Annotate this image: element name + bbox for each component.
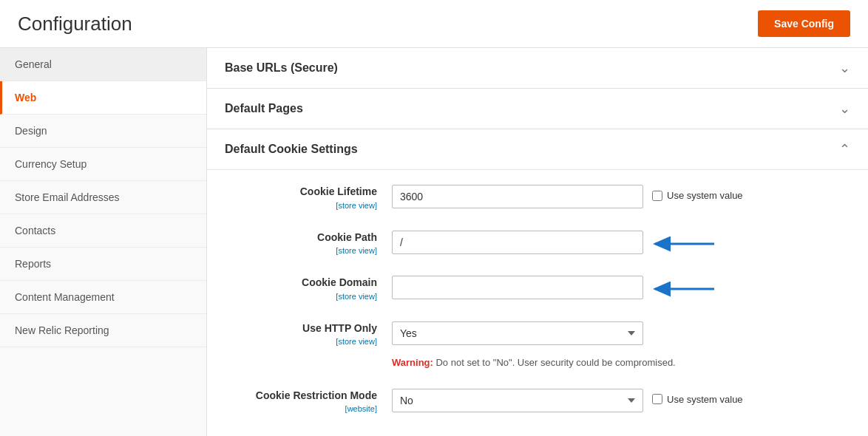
cookie-restriction-mode-system-value-checkbox[interactable] — [652, 394, 662, 404]
cookie-lifetime-system-value-checkbox[interactable] — [652, 191, 662, 201]
cookie-restriction-mode-sublabel: [website] — [229, 404, 377, 413]
warning-message: Do not set to "No". User security could … — [435, 357, 675, 368]
cookie-restriction-mode-select[interactable]: No Yes — [392, 389, 643, 412]
section-default-cookie-settings: Default Cookie Settings ⌃ Cookie Lifetim… — [207, 129, 868, 436]
cookie-lifetime-system-value: Use system value — [652, 190, 743, 201]
section-base-urls-secure: Base URLs (Secure) ⌄ — [207, 48, 868, 89]
section-header-base-urls-secure[interactable]: Base URLs (Secure) ⌄ — [207, 48, 868, 88]
cookie-domain-input[interactable] — [392, 276, 643, 299]
sidebar-item-currency-setup[interactable]: Currency Setup — [0, 148, 206, 181]
sidebar-item-general[interactable]: General — [0, 48, 206, 81]
content-area: Base URLs (Secure) ⌄ Default Pages ⌄ Def… — [207, 48, 868, 436]
section-header-default-cookie-settings[interactable]: Default Cookie Settings ⌃ — [207, 129, 868, 169]
cookie-restriction-mode-system-value: Use system value — [652, 394, 743, 405]
blue-arrow-icon — [649, 234, 716, 254]
use-http-only-sublabel: [store view] — [229, 337, 377, 346]
blue-arrow-icon — [649, 279, 716, 299]
sidebar-item-new-relic-reporting[interactable]: New Relic Reporting — [0, 314, 206, 347]
cookie-path-label: Cookie Path — [317, 231, 377, 243]
use-http-only-warning: Warning: Do not set to "No". User securi… — [392, 357, 676, 368]
cookie-domain-label: Cookie Domain — [302, 276, 377, 288]
warning-label: Warning: — [392, 357, 433, 368]
section-body-default-cookie-settings: Cookie Lifetime [store view] Use system … — [207, 169, 868, 436]
chevron-up-icon: ⌃ — [839, 141, 850, 157]
section-default-pages: Default Pages ⌄ — [207, 89, 868, 129]
use-http-only-select[interactable]: Yes No — [392, 321, 643, 345]
sidebar-item-web[interactable]: Web — [0, 81, 206, 115]
cookie-path-input[interactable] — [392, 231, 643, 254]
cookie-domain-sublabel: [store view] — [229, 292, 377, 301]
cookie-path-sublabel: [store view] — [229, 246, 377, 255]
section-title-default-pages: Default Pages — [225, 102, 303, 115]
page-title: Configuration — [18, 13, 132, 35]
form-row-cookie-restriction-mode: Cookie Restriction Mode [website] No Yes… — [229, 381, 846, 414]
sidebar-item-contacts[interactable]: Contacts — [0, 214, 206, 248]
section-title-base-urls-secure: Base URLs (Secure) — [225, 61, 338, 75]
sidebar-item-content-management[interactable]: Content Management — [0, 281, 206, 314]
cookie-lifetime-input[interactable] — [392, 185, 643, 208]
form-row-cookie-domain: Cookie Domain [store view] — [229, 268, 846, 301]
cookie-lifetime-sublabel: [store view] — [229, 201, 377, 210]
sidebar-item-store-email-addresses[interactable]: Store Email Addresses — [0, 181, 206, 214]
sidebar-item-design[interactable]: Design — [0, 115, 206, 148]
form-row-cookie-lifetime: Cookie Lifetime [store view] Use system … — [229, 177, 846, 210]
main-layout: General Web Design Currency Setup Store … — [0, 48, 868, 436]
form-row-use-http-only: Use HTTP Only [store view] Yes No Warnin… — [229, 314, 846, 368]
use-http-only-label: Use HTTP Only — [302, 322, 377, 334]
chevron-down-icon: ⌄ — [839, 101, 850, 117]
save-config-button[interactable]: Save Config — [758, 10, 850, 37]
cookie-lifetime-system-value-label: Use system value — [667, 190, 743, 201]
chevron-down-icon: ⌄ — [839, 60, 850, 76]
form-row-cookie-path: Cookie Path [store view] — [229, 223, 846, 256]
page-header: Configuration Save Config — [0, 0, 868, 48]
section-header-default-pages[interactable]: Default Pages ⌄ — [207, 89, 868, 129]
sidebar: General Web Design Currency Setup Store … — [0, 48, 207, 436]
section-title-default-cookie-settings: Default Cookie Settings — [225, 143, 358, 156]
cookie-restriction-mode-label: Cookie Restriction Mode — [256, 389, 377, 401]
cookie-lifetime-label: Cookie Lifetime — [300, 185, 377, 197]
sidebar-item-reports[interactable]: Reports — [0, 248, 206, 281]
cookie-restriction-mode-system-value-label: Use system value — [667, 394, 743, 405]
